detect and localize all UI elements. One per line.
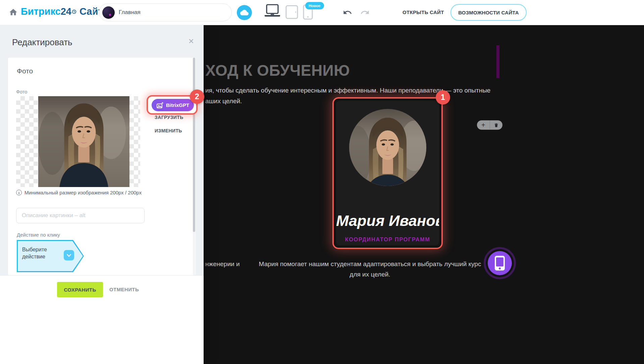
trash-icon (494, 123, 499, 128)
panel-scrollbar-thumb[interactable] (193, 58, 195, 232)
min-size-note: i Минимальный размер изображения 200px /… (16, 190, 142, 195)
person-name: Мария Иванова (336, 212, 439, 230)
add-block-button[interactable]: + (477, 120, 490, 130)
cancel-button[interactable]: ОТМЕНИТЬ (109, 287, 139, 292)
person-caption-line1: Мария помогает нашим студентам адаптиров… (236, 260, 504, 268)
redo-button[interactable] (360, 7, 370, 18)
page-selector-value: Главная (119, 9, 141, 16)
person-role: КООРДИНАТОР ПРОГРАММ (336, 236, 439, 243)
home-icon (9, 8, 18, 17)
person-photo (349, 109, 426, 186)
edit-panel: Редактировать × Фото Фото BitrixGPT 2 ЗА… (0, 25, 204, 364)
tablet-view-button[interactable] (285, 5, 298, 20)
top-toolbar: Битрикс24Сайты Главная (0, 0, 644, 25)
site-preview-canvas: ХОД К ОБУЧЕНИЮ ия, чтобы сделать обучени… (204, 25, 644, 364)
save-button[interactable]: СОХРАНИТЬ (57, 282, 103, 297)
annotation-step-2-badge: 2 (190, 89, 204, 104)
click-action-label: Действие по клику (17, 232, 60, 238)
bitrixgpt-button-label: BitrixGPT (166, 102, 189, 108)
change-photo-button[interactable]: ИЗМЕНИТЬ (155, 128, 182, 133)
ai-image-icon (156, 102, 164, 109)
person-caption-line2: для их целей. (236, 271, 504, 278)
desktop-view-button[interactable] (264, 4, 281, 19)
upload-photo-button[interactable]: ЗАГРУЗИТЬ (155, 115, 183, 120)
logo-part-24: 24 (61, 6, 71, 17)
mobile-preview-button[interactable] (488, 251, 512, 275)
plus-icon: + (481, 122, 485, 128)
person-card[interactable]: Мария Иванова КООРДИНАТОР ПРОГРАММ (336, 101, 439, 245)
bitrixgpt-button[interactable]: BitrixGPT (152, 99, 194, 111)
section-heading-photo: Фото (17, 67, 33, 75)
clock-icon (72, 5, 76, 16)
min-size-note-text: Минимальный размер изображения 200px / 2… (24, 190, 142, 195)
page-selector[interactable]: Главная (99, 3, 232, 21)
laptop-icon (264, 4, 281, 18)
new-feature-badge: Новое (305, 2, 324, 9)
left-column-text: нженерии и (205, 260, 240, 268)
site-paragraph-line2: аших целей. (205, 98, 242, 105)
delete-block-button[interactable] (490, 120, 503, 130)
alt-description-input[interactable] (16, 208, 145, 223)
annotation-step-1-badge: 1 (436, 90, 450, 105)
site-section-heading: ХОД К ОБУЧЕНИЮ (205, 61, 350, 79)
select-expand-button[interactable] (64, 250, 74, 260)
smartphone-icon (495, 256, 505, 270)
cloud-icon (240, 8, 249, 17)
close-panel-button[interactable]: × (185, 35, 197, 47)
tablet-icon (285, 5, 298, 19)
click-action-select-value: Выберите действие (22, 246, 54, 260)
info-icon: i (16, 190, 22, 195)
photo-transparency-preview (16, 96, 140, 187)
block-toolbar: + (477, 120, 502, 130)
publish-cloud-button[interactable] (237, 5, 252, 20)
redo-icon (360, 8, 370, 17)
decorative-purple-bar (496, 45, 499, 78)
undo-icon (343, 8, 352, 17)
page-thumbnail (102, 6, 115, 19)
selected-block-highlight: Мария Иванова КООРДИНАТОР ПРОГРАММ (332, 97, 443, 249)
logo-part-bitrix: Битрикс (21, 6, 61, 17)
bitrix24-site-editor: Битрикс24Сайты Главная (0, 0, 644, 364)
photo-field-label: Фото (16, 89, 27, 95)
open-site-button[interactable]: ОТКРЫТЬ САЙТ (402, 9, 444, 15)
bitrix24-sites-logo: Битрикс24Сайты (21, 6, 111, 17)
current-photo (38, 96, 129, 187)
panel-title: Редактировать (12, 37, 72, 48)
click-action-select[interactable]: Выберите действие (17, 240, 84, 272)
site-features-button[interactable]: ВОЗМОЖНОСТИ САЙТА (450, 4, 527, 21)
header-divider (93, 7, 93, 18)
person-caption: Мария помогает нашим студентам адаптиров… (236, 260, 504, 278)
undo-button[interactable] (342, 7, 353, 18)
home-button[interactable] (8, 8, 18, 18)
chevron-down-icon (66, 253, 71, 257)
panel-footer: СОХРАНИТЬ ОТМЕНИТЬ (0, 275, 204, 364)
